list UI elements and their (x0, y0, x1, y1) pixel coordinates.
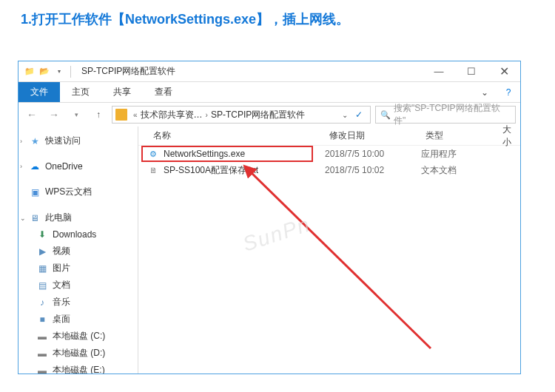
sidebar-item-quick-access[interactable]: ›★快速访问 (18, 132, 138, 149)
drive-icon: ▬ (36, 365, 48, 374)
monitor-icon: 🖥 (29, 212, 41, 224)
dropdown-icon[interactable]: ▾ (53, 65, 66, 78)
help-icon[interactable]: ? (497, 82, 520, 102)
content-area: ›★快速访问 ›☁OneDrive ▣WPS云文档 ⌄🖥此电脑 ⬇Downloa… (18, 126, 520, 374)
file-row[interactable]: 🗎 SP-SS100A配置保存.txt 2018/7/5 10:02 文本文档 (138, 162, 520, 178)
breadcrumb-segment[interactable]: SP-TCPIP网络配置软件 (211, 109, 305, 121)
address-bar-row: ← → ▾ ↑ « 技术部共享资… › SP-TCPIP网络配置软件 ⌄ ✓ 🔍… (18, 103, 520, 126)
maximize-button[interactable]: ☐ (455, 61, 488, 82)
column-headers: 名称 修改日期 类型 大小 (138, 126, 520, 146)
refresh-icon[interactable]: ✓ (351, 109, 367, 120)
window-title: SP-TCPIP网络配置软件 (81, 65, 175, 78)
download-icon: ⬇ (36, 229, 48, 240)
step-title: 1.打开工作软件【NetworkSettings.exe】，插上网线。 (0, 0, 555, 34)
music-icon: ♪ (36, 297, 48, 308)
watermark: SunPn (240, 212, 313, 257)
folder-icon (115, 109, 127, 121)
sidebar-item-drive-c[interactable]: ▬本地磁盘 (C:) (18, 328, 138, 345)
exe-icon: ⚙ (147, 148, 159, 160)
quick-access-toolbar: 📁 📂 ▾ (18, 65, 78, 78)
minimize-button[interactable]: — (423, 61, 455, 82)
breadcrumb-dropdown-icon[interactable]: ⌄ (339, 111, 351, 119)
search-placeholder: 搜索"SP-TCPIP网络配置软件" (394, 102, 511, 127)
chevron-down-icon[interactable]: ⌄ (20, 214, 26, 222)
desktop-icon: ■ (36, 314, 48, 325)
file-type: 文本文档 (421, 164, 502, 177)
sidebar-item-downloads[interactable]: ⬇Downloads (18, 226, 138, 243)
window-titlebar: 📁 📂 ▾ SP-TCPIP网络配置软件 — ☐ ✕ (18, 61, 520, 82)
file-name: NetworkSettings.exe (164, 149, 325, 159)
nav-recent-dropdown[interactable]: ▾ (67, 106, 85, 124)
column-header-date[interactable]: 修改日期 (323, 129, 420, 142)
file-type: 应用程序 (421, 148, 502, 160)
tab-file[interactable]: 文件 (18, 82, 60, 102)
file-date: 2018/7/5 10:02 (325, 165, 421, 175)
file-list-pane: 名称 修改日期 类型 大小 ⚙ NetworkSettings.exe 2018… (138, 126, 520, 374)
folder-icon: 📁 (23, 65, 36, 78)
svg-line-0 (249, 171, 431, 348)
nav-forward-button[interactable]: → (45, 106, 63, 124)
navigation-sidebar: ›★快速访问 ›☁OneDrive ▣WPS云文档 ⌄🖥此电脑 ⬇Downloa… (18, 126, 138, 374)
sidebar-item-drive-e[interactable]: ▬本地磁盘 (E:) (18, 362, 138, 374)
explorer-window: 📁 📂 ▾ SP-TCPIP网络配置软件 — ☐ ✕ 文件 主页 共享 查看 ⌄… (18, 61, 521, 374)
sidebar-item-desktop[interactable]: ■桌面 (18, 311, 138, 328)
txt-icon: 🗎 (147, 164, 159, 176)
window-controls: — ☐ ✕ (423, 61, 520, 82)
picture-icon: ▦ (36, 263, 48, 274)
sidebar-item-music[interactable]: ♪音乐 (18, 294, 138, 311)
chevron-right-icon[interactable]: › (206, 111, 208, 119)
chevron-right-icon[interactable]: « (133, 111, 138, 119)
sidebar-item-videos[interactable]: ▶视频 (18, 243, 138, 260)
ribbon-right: ⌄ ? (473, 82, 520, 102)
search-icon: 🔍 (380, 110, 391, 120)
breadcrumb-segment[interactable]: 技术部共享资… (141, 109, 203, 121)
drive-icon: ▬ (36, 348, 48, 359)
tab-view[interactable]: 查看 (143, 82, 184, 102)
video-icon: ▶ (36, 246, 48, 257)
nav-up-button[interactable]: ↑ (90, 106, 107, 124)
sidebar-item-thispc[interactable]: ⌄🖥此电脑 (18, 209, 138, 226)
sidebar-item-drive-d[interactable]: ▬本地磁盘 (D:) (18, 345, 138, 362)
cloud-icon: ☁ (29, 160, 41, 172)
drive-icon: ▬ (36, 331, 48, 342)
document-icon: ▤ (36, 280, 48, 291)
folder-open-icon: 📂 (38, 65, 51, 78)
tab-home[interactable]: 主页 (60, 82, 101, 102)
file-name: SP-SS100A配置保存.txt (164, 164, 325, 177)
file-row[interactable]: ⚙ NetworkSettings.exe 2018/7/5 10:00 应用程… (138, 146, 520, 162)
sidebar-item-wps[interactable]: ▣WPS云文档 (18, 183, 138, 200)
wps-icon: ▣ (29, 186, 41, 198)
ribbon-tabs: 文件 主页 共享 查看 ⌄ ? (18, 82, 520, 103)
file-date: 2018/7/5 10:00 (325, 149, 421, 159)
breadcrumb[interactable]: « 技术部共享资… › SP-TCPIP网络配置软件 ⌄ ✓ (112, 106, 371, 124)
sidebar-item-pictures[interactable]: ▦图片 (18, 260, 138, 277)
nav-back-button[interactable]: ← (23, 106, 41, 124)
sidebar-item-onedrive[interactable]: ›☁OneDrive (18, 158, 138, 175)
column-header-name[interactable]: 名称 (138, 129, 323, 142)
star-icon: ★ (29, 135, 41, 147)
separator (70, 66, 71, 78)
chevron-right-icon[interactable]: › (20, 138, 22, 145)
close-button[interactable]: ✕ (488, 61, 520, 82)
column-header-size[interactable]: 大小 (497, 124, 520, 149)
sidebar-item-documents[interactable]: ▤文档 (18, 277, 138, 294)
search-input[interactable]: 🔍 搜索"SP-TCPIP网络配置软件" (375, 106, 516, 124)
tab-share[interactable]: 共享 (101, 82, 143, 102)
chevron-right-icon[interactable]: › (20, 163, 22, 170)
expand-ribbon-icon[interactable]: ⌄ (473, 82, 497, 102)
column-header-type[interactable]: 类型 (420, 129, 497, 142)
